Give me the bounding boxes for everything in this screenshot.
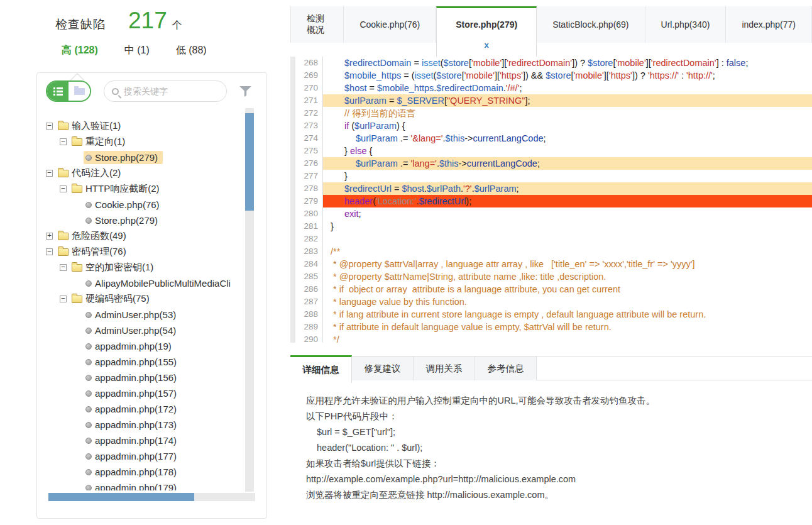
tree-node[interactable]: appadmin.php(177)	[84, 450, 182, 463]
tree-node[interactable]: AdminUser.php(53)	[84, 308, 181, 321]
code-line[interactable]: 272// 得到当前的语言	[290, 107, 812, 119]
tree-item[interactable]: appadmin.php(173)	[37, 417, 246, 433]
code-line[interactable]: 278$redirectUrl = $host.$urlPath.'?'.$ur…	[290, 182, 812, 195]
tree-item[interactable]: −空的加密密钥(1)	[37, 260, 246, 275]
tree-item[interactable]: appadmin.php(178)	[37, 464, 246, 480]
tree-item[interactable]: appadmin.php(172)	[37, 401, 246, 417]
tree-node[interactable]: 代码注入(2)	[56, 166, 126, 180]
code-line[interactable]: 279header('Location:'.$redirectUrl);	[290, 195, 812, 207]
tree-node[interactable]: appadmin.php(173)	[84, 418, 182, 431]
filter-icon[interactable]	[239, 86, 251, 97]
tree-node[interactable]: Cookie.php(76)	[84, 198, 165, 211]
folder-view-segment[interactable]	[69, 82, 90, 101]
search-input[interactable]	[124, 86, 219, 96]
tree-node[interactable]: AdminUser.php(54)	[84, 324, 181, 337]
code-line[interactable]: 273if ($urlParam) {	[290, 119, 812, 132]
vertical-scrollbar-thumb[interactable]	[245, 113, 254, 211]
tree-item[interactable]: −重定向(1)	[37, 134, 246, 150]
detail-tab[interactable]: 详细信息	[290, 355, 352, 383]
tree-node[interactable]: Store.php(279)	[84, 151, 163, 164]
search-box[interactable]	[104, 80, 227, 102]
expand-icon[interactable]: +	[46, 233, 53, 240]
tree-node[interactable]: appadmin.php(178)	[84, 465, 182, 478]
tree-item[interactable]: AdminUser.php(53)	[37, 307, 246, 323]
code-line[interactable]: 280exit;	[290, 207, 812, 220]
tree-item[interactable]: −输入验证(1)	[37, 118, 246, 134]
code-line[interactable]: 282	[290, 233, 812, 245]
tree-node[interactable]: 空的加密密钥(1)	[70, 260, 158, 275]
tree-item[interactable]: Store.php(279)	[37, 213, 246, 228]
code-line[interactable]: 288 * if lang attribute in current store…	[290, 308, 812, 321]
collapse-icon[interactable]: −	[46, 248, 53, 255]
view-toggle[interactable]	[46, 80, 91, 102]
severity-tab-中[interactable]: 中 (1)	[124, 44, 150, 57]
code-line[interactable]: 269$mobile_https = (isset($store['mobile…	[290, 69, 812, 82]
collapse-icon[interactable]: −	[60, 296, 67, 302]
file-tab[interactable]: StaticBlock.php(69)	[537, 6, 645, 43]
collapse-icon[interactable]: −	[46, 123, 53, 130]
tree-item[interactable]: AdminUser.php(54)	[37, 323, 246, 338]
tree-node[interactable]: Store.php(279)	[84, 214, 163, 227]
detail-tab[interactable]: 调用关系	[414, 356, 475, 380]
horizontal-scrollbar-thumb[interactable]	[48, 493, 194, 501]
tree-node[interactable]: AlipayMobilePublicMultiMediaCli	[84, 277, 236, 290]
tree-node[interactable]: appadmin.php(155)	[84, 355, 182, 368]
tree-horizontal-scrollbar[interactable]	[48, 493, 255, 501]
file-tab[interactable]: 检测概况	[291, 6, 344, 43]
tree-item[interactable]: appadmin.php(19)	[37, 338, 246, 354]
tree-node[interactable]: appadmin.php(172)	[84, 402, 182, 416]
collapse-icon[interactable]: −	[46, 170, 53, 177]
code-line[interactable]: 284 * @property $attrVal|array , languag…	[290, 258, 812, 270]
tree-item[interactable]: appadmin.php(179)	[37, 480, 246, 490]
tree-node[interactable]: 密码管理(76)	[56, 245, 131, 259]
code-line[interactable]: 268$redirectDomain = isset($store['mobil…	[290, 57, 812, 69]
code-line[interactable]: 287 * language value by this function.	[290, 296, 812, 308]
tree-node[interactable]: 危险函数(49)	[56, 229, 131, 243]
close-tab-icon[interactable]: x	[485, 41, 489, 50]
file-tab[interactable]: Store.php(279)x	[436, 6, 537, 57]
tree-item[interactable]: appadmin.php(156)	[37, 370, 246, 385]
file-tab[interactable]: index.php(77)	[726, 6, 812, 43]
code-line[interactable]: 286 * if object or array attribute is a …	[290, 283, 812, 296]
code-line[interactable]: 281}	[290, 220, 812, 233]
file-tab[interactable]: Url.php(340)	[645, 6, 727, 43]
severity-tab-高[interactable]: 高 (128)	[62, 44, 98, 57]
tree-item[interactable]: −密码管理(76)	[37, 244, 246, 260]
tree-item[interactable]: AlipayMobilePublicMultiMediaCli	[37, 275, 246, 291]
code-line[interactable]: 289 * if attribute in default language v…	[290, 321, 812, 333]
code-line[interactable]: 275} else {	[290, 145, 812, 157]
tree-node[interactable]: appadmin.php(19)	[84, 340, 177, 353]
tree-item[interactable]: +危险函数(49)	[37, 228, 246, 244]
tree-vertical-scrollbar[interactable]	[245, 108, 254, 492]
detail-tab[interactable]: 参考信息	[475, 356, 537, 380]
tree-node[interactable]: appadmin.php(156)	[84, 371, 182, 384]
tree-item[interactable]: appadmin.php(155)	[37, 354, 246, 370]
tree-item[interactable]: Cookie.php(76)	[37, 197, 246, 213]
detail-tab[interactable]: 修复建议	[352, 356, 414, 380]
tree-item[interactable]: −硬编码密码(75)	[37, 291, 246, 307]
code-line[interactable]: 270$host = $mobile_https.$redirectDomain…	[290, 82, 812, 94]
tree-item[interactable]: appadmin.php(177)	[37, 448, 246, 464]
collapse-icon[interactable]: −	[60, 138, 67, 145]
code-viewer[interactable]: 268$redirectDomain = isset($store['mobil…	[290, 43, 812, 343]
tree-item[interactable]: appadmin.php(174)	[37, 433, 246, 448]
list-view-segment[interactable]	[47, 82, 69, 101]
tree-item[interactable]: Store.php(279)	[37, 150, 246, 165]
file-tab[interactable]: Cookie.php(76)	[344, 6, 436, 43]
code-line[interactable]: 285 * @property $attrName|String, attrib…	[290, 270, 812, 283]
tree-node[interactable]: 硬编码密码(75)	[70, 292, 155, 306]
code-line[interactable]: 276$urlParam .= 'lang='.$this->currentLa…	[290, 157, 812, 170]
collapse-icon[interactable]: −	[60, 185, 67, 192]
tree-item[interactable]: −HTTP响应截断(2)	[37, 181, 246, 197]
tree-item[interactable]: appadmin.php(157)	[37, 385, 246, 401]
tree-node[interactable]: HTTP响应截断(2)	[70, 182, 165, 196]
code-line[interactable]: 277}	[290, 170, 812, 182]
tree-node[interactable]: 重定向(1)	[70, 135, 130, 149]
code-line[interactable]: 274$urlParam .= '&lang='.$this->currentL…	[290, 132, 812, 145]
tree-node[interactable]: appadmin.php(157)	[84, 387, 182, 400]
tree-item[interactable]: −代码注入(2)	[37, 165, 246, 181]
code-line[interactable]: 283/**	[290, 245, 812, 258]
severity-tab-低[interactable]: 低 (88)	[176, 44, 207, 57]
code-line[interactable]: 290 */	[290, 333, 812, 343]
collapse-icon[interactable]: −	[60, 264, 67, 271]
